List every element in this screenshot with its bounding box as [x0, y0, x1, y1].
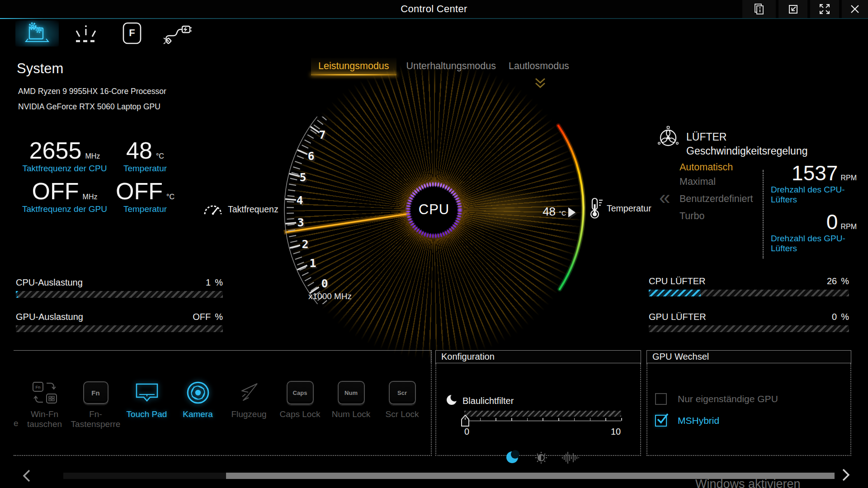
temp-pointer-triangle [568, 207, 576, 217]
blue-light-slider-handle[interactable] [461, 414, 470, 427]
gauge-center-label: CPU [407, 202, 461, 218]
shortcut-touchpad[interactable]: Touch Pad [121, 361, 172, 452]
gpu-fan-bar [649, 325, 849, 332]
gpu-rpm-label: Drehzahl des GPU-Lüfters [771, 234, 849, 253]
camera-aperture-icon [185, 379, 211, 407]
clipped-label-fragment: e [14, 418, 19, 428]
scroll-right-arrow[interactable] [840, 468, 852, 482]
moon-icon [445, 393, 459, 407]
konfiguration-header: Konfiguration [435, 350, 641, 363]
gpu-fan-meter: GPU LÜFTER 0% [649, 312, 849, 332]
control-center-window: Control Center [0, 0, 868, 488]
fn-key-icon: Fn [83, 379, 108, 407]
shortcut-airplane[interactable]: Flugzeug [223, 361, 274, 452]
gauge-tick-7: 7 [319, 128, 326, 141]
option-mshybrid[interactable]: MSHybrid [655, 415, 719, 427]
slider-min-label: 0 [464, 427, 469, 437]
fan-section-title: LÜFTER Geschwindigkeitsregelung [686, 130, 808, 158]
slider-max-label: 10 [611, 427, 621, 437]
cpu-fan-bar [649, 290, 849, 296]
cpu-rpm-label: Drehzahl des CPU-Lüfters [771, 185, 849, 205]
fan-option-maximal[interactable]: Maximal [679, 176, 716, 188]
fan-option-benutzerdefiniert[interactable]: Benutzerdefiniert [679, 193, 753, 205]
fan-option-turbo[interactable]: Turbo [679, 211, 704, 222]
thermometer-icon [588, 197, 603, 221]
gauge-left-label: Taktfrequenz [228, 204, 278, 215]
gpu-switch-header: GPU Wechsel [646, 350, 851, 363]
airplane-icon [236, 379, 262, 407]
shortcut-caps-lock[interactable]: Caps Caps Lock [274, 361, 326, 452]
gpu-switch-panel: GPU Wechsel Nur eigenständige GPU MSHybr… [646, 350, 851, 455]
back-chevrons[interactable]: « [659, 190, 670, 205]
gauge-temp-value: 48 °C [506, 205, 566, 219]
check-icon [655, 412, 670, 427]
dotted-separator [763, 170, 764, 258]
shortcut-fn-lock[interactable]: Fn Fn-Tastensperre [70, 361, 121, 452]
cpu-fan-meter: CPU LÜFTER 26% [649, 276, 849, 296]
shortcut-num-lock[interactable]: Num Num Lock [326, 361, 377, 452]
gpu-rpm-block: 0RPM Drehzahl des GPU-Lüfters [771, 211, 857, 253]
blue-light-slider-track[interactable] [464, 411, 621, 417]
shortcut-win-fn-swap[interactable]: Fn Win-Fntauschen [19, 361, 70, 452]
fan-option-automatisch[interactable]: Automatisch [679, 162, 733, 173]
gauge-right-label: Temperatur [607, 203, 651, 214]
blue-light-label: Blaulichtfilter [462, 396, 514, 406]
windows-watermark: Windows aktivieren [695, 477, 801, 488]
cpu-fan-label: CPU LÜFTER [649, 276, 706, 286]
gauge-tick-6: 6 [307, 150, 314, 163]
gauge-tick-0: 0 [321, 277, 328, 290]
fan-icon [656, 126, 680, 149]
gauge-tick-2: 2 [302, 238, 308, 251]
brightness-icon[interactable] [534, 451, 548, 465]
gauge-tick-4: 4 [296, 194, 303, 207]
svg-text:Fn: Fn [35, 385, 40, 389]
checkbox-checked[interactable] [655, 415, 667, 427]
scr-key-icon: Scr [389, 379, 416, 407]
scroll-left-arrow[interactable] [21, 469, 33, 483]
caps-key-icon: Caps [287, 379, 314, 407]
gauge-tick-5: 5 [299, 171, 306, 184]
gauge-tick-3: 3 [297, 216, 304, 229]
option-dedicated-gpu[interactable]: Nur eigenständige GPU [655, 393, 778, 405]
konfiguration-panel: Konfiguration Blaulichtfilter 0 10 [435, 350, 641, 455]
shortcut-camera[interactable]: Kamera [172, 361, 223, 452]
speedometer-icon [203, 202, 223, 216]
night-mode-icon[interactable] [505, 450, 519, 465]
gpu-fan-label: GPU LÜFTER [649, 312, 706, 322]
gauge-scale-unit: x1000 MHz [308, 291, 352, 301]
touchpad-icon [134, 379, 160, 407]
num-key-icon: Num [338, 379, 365, 407]
win-fn-swap-icon: Fn [32, 379, 58, 407]
audio-wave-icon[interactable] [561, 451, 580, 465]
gauge-tick-1: 1 [309, 257, 316, 270]
shortcut-buttons: Fn Win-Fntauschen Fn Fn-Tastensperre [19, 361, 428, 452]
cpu-rpm-block: 1537RPM Drehzahl des CPU-Lüfters [771, 163, 857, 205]
checkbox-unchecked[interactable] [655, 393, 667, 405]
shortcuts-panel-header [14, 350, 431, 363]
shortcut-scr-lock[interactable]: Scr Scr Lock [377, 361, 428, 452]
